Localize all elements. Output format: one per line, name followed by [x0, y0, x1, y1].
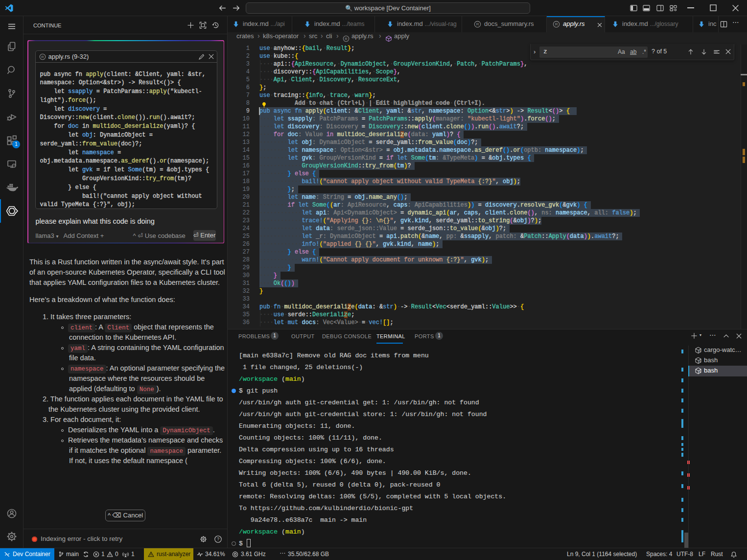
svg-text:R: R — [41, 54, 44, 59]
svg-text:?: ? — [217, 537, 219, 541]
svg-text:$: $ — [699, 370, 701, 373]
svg-text:R: R — [476, 22, 479, 26]
svg-text:$: $ — [699, 350, 701, 353]
svg-text:R: R — [345, 37, 348, 41]
svg-text:$: $ — [699, 360, 701, 363]
svg-text:R: R — [555, 22, 558, 26]
